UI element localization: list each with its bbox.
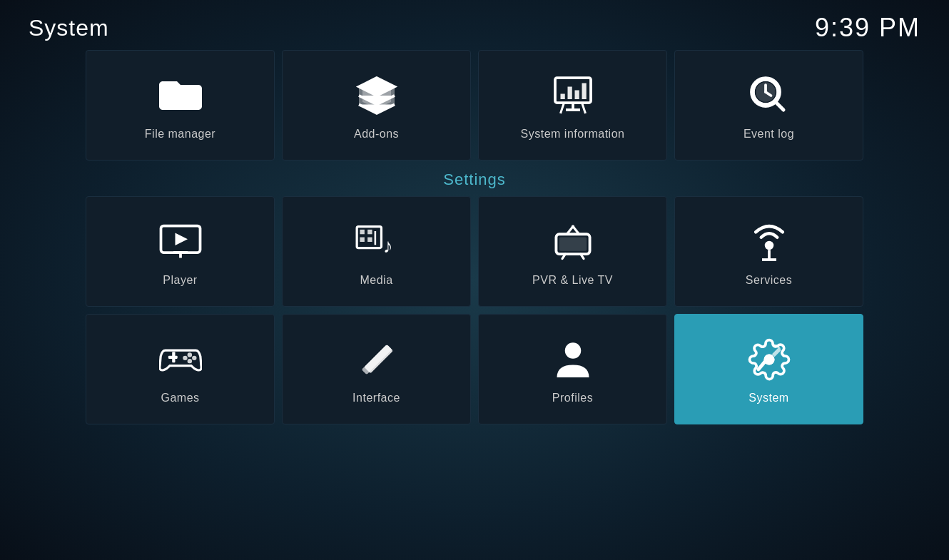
system-information-label: System information [521, 128, 625, 141]
svg-rect-6 [560, 93, 564, 99]
player-label: Player [163, 274, 197, 287]
tools-icon [355, 335, 398, 385]
svg-rect-25 [367, 229, 372, 233]
media-icon: ♪ [355, 217, 398, 267]
svg-rect-34 [559, 237, 587, 250]
svg-text:♪: ♪ [382, 235, 392, 257]
svg-rect-7 [567, 86, 572, 99]
profile-icon [552, 335, 594, 385]
broadcast-icon [748, 217, 791, 267]
profiles-label: Profiles [552, 392, 593, 404]
svg-point-32 [571, 225, 574, 228]
svg-point-43 [192, 355, 196, 360]
tile-file-manager[interactable]: File manager [86, 50, 275, 161]
svg-point-42 [187, 352, 191, 357]
svg-point-48 [564, 342, 581, 359]
clock: 9:39 PM [815, 13, 920, 43]
file-manager-label: File manager [145, 128, 215, 141]
tile-media[interactable]: ♪ Media [282, 196, 471, 307]
gamepad-icon [159, 335, 202, 385]
tile-games[interactable]: Games [86, 314, 275, 424]
pvr-live-tv-label: PVR & Live TV [532, 274, 613, 287]
services-label: Services [746, 274, 792, 287]
tile-add-ons[interactable]: Add-ons [282, 50, 471, 161]
tile-player[interactable]: Player [86, 196, 275, 307]
tile-system[interactable]: System [674, 314, 863, 424]
svg-point-45 [187, 358, 191, 362]
settings-label: Settings [86, 161, 863, 196]
games-label: Games [161, 392, 199, 404]
tile-system-information[interactable]: System information [478, 50, 667, 161]
svg-line-50 [758, 358, 768, 369]
svg-rect-24 [360, 229, 364, 233]
svg-rect-27 [367, 237, 372, 241]
svg-marker-20 [175, 233, 188, 245]
gear-icon [748, 335, 791, 385]
svg-rect-47 [361, 344, 391, 374]
svg-rect-41 [172, 352, 175, 362]
add-ons-label: Add-ons [354, 128, 399, 141]
settings-row-2: Games Interface [86, 314, 863, 424]
event-log-label: Event log [744, 128, 794, 141]
tile-interface[interactable]: Interface [282, 314, 471, 424]
tile-services[interactable]: Services [674, 196, 863, 307]
header: System 9:39 PM [0, 0, 949, 50]
system-label: System [748, 392, 788, 404]
tile-event-log[interactable]: Event log [674, 50, 863, 161]
page-title: System [29, 15, 109, 41]
svg-rect-9 [582, 83, 586, 99]
tile-profiles[interactable]: Profiles [478, 314, 667, 424]
top-row: File manager Add-ons [86, 50, 863, 161]
box-icon [355, 71, 398, 121]
svg-rect-26 [360, 237, 364, 241]
svg-line-11 [582, 103, 585, 113]
svg-rect-8 [574, 90, 579, 99]
settings-row-1: Player ♪ Media [86, 196, 863, 307]
chart-icon [552, 71, 594, 121]
interface-label: Interface [352, 392, 400, 404]
svg-line-10 [560, 103, 564, 113]
folder-icon [159, 71, 202, 121]
tv-icon [552, 217, 594, 267]
media-label: Media [360, 274, 392, 287]
svg-point-44 [183, 355, 187, 360]
main-content: File manager Add-ons [0, 50, 949, 424]
svg-line-17 [775, 101, 783, 109]
tile-pvr-live-tv[interactable]: PVR & Live TV [478, 196, 667, 307]
monitor-play-icon [159, 217, 202, 267]
clock-search-icon [748, 71, 791, 121]
svg-point-37 [764, 240, 773, 250]
